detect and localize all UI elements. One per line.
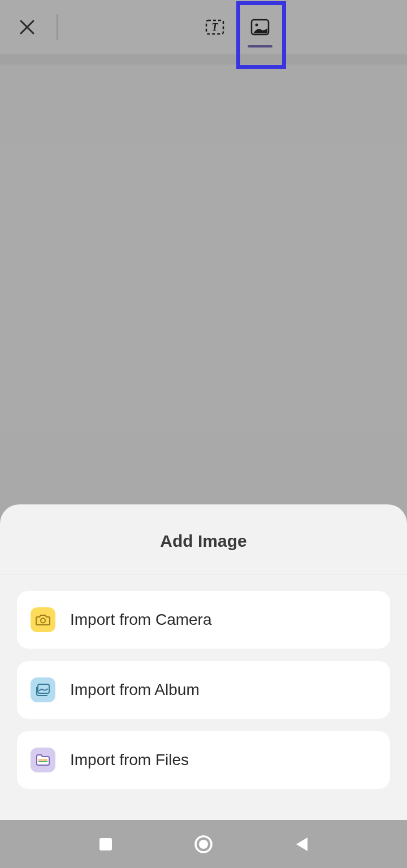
text-scan-icon: T [205, 19, 225, 36]
svg-rect-10 [99, 838, 112, 850]
svg-point-6 [41, 619, 45, 623]
recent-apps-button[interactable] [89, 827, 123, 861]
picture-icon [250, 19, 270, 36]
svg-rect-9 [38, 761, 47, 762]
svg-point-5 [256, 24, 258, 27]
import-from-album[interactable]: Import from Album [17, 661, 390, 719]
home-button[interactable] [187, 827, 220, 861]
top-toolbar: T [0, 0, 407, 54]
folder-icon [31, 748, 55, 772]
option-label: Import from Camera [70, 611, 212, 629]
svg-text:T: T [212, 21, 219, 33]
triangle-back-icon [294, 836, 309, 852]
text-tab[interactable]: T [192, 5, 237, 50]
separator [57, 14, 58, 40]
circle-icon [194, 835, 213, 854]
sheet-title: Add Image [0, 504, 407, 575]
add-image-sheet: Add Image Import from Camera Import from… [0, 504, 407, 820]
import-from-files[interactable]: Import from Files [17, 731, 390, 789]
option-label: Import from Album [70, 681, 200, 699]
import-from-camera[interactable]: Import from Camera [17, 591, 390, 649]
square-icon [98, 837, 113, 852]
svg-point-12 [199, 840, 208, 849]
top-accent [0, 54, 407, 64]
system-navbar [0, 820, 407, 868]
active-tab-indicator [248, 45, 272, 47]
back-button[interactable] [284, 827, 318, 861]
option-list: Import from Camera Import from Album [0, 575, 407, 789]
image-tab[interactable] [237, 5, 283, 50]
close-button[interactable] [17, 17, 37, 37]
close-icon [19, 19, 36, 36]
camera-icon [31, 607, 55, 632]
album-icon [31, 677, 55, 702]
tab-group: T [192, 0, 283, 54]
svg-rect-8 [38, 759, 47, 761]
option-label: Import from Files [70, 751, 189, 769]
